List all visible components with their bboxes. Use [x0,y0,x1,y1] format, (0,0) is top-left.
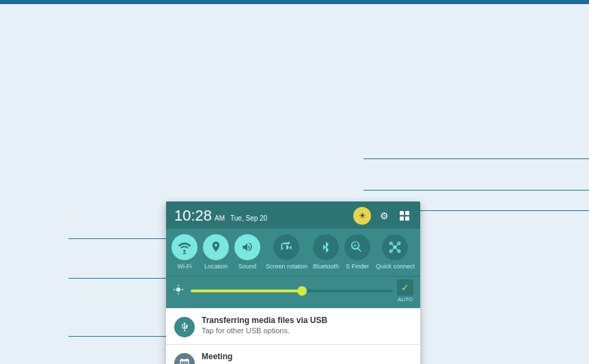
time-date: Tue, Sep 20 [230,214,267,222]
auto-label: AUTO [398,296,413,303]
sound-icon-circle [234,234,260,260]
screen-rotation-icon-circle [273,234,299,260]
time-display: 10:28 [174,208,212,223]
svg-point-7 [398,242,400,244]
status-icons: ☀ ⚙ [353,207,412,225]
brightness-indicator: ☀ [353,207,371,225]
usb-title: Transferring media files via USB [202,316,412,325]
qs-item-s-finder[interactable]: S Finder [344,234,370,270]
s-finder-label: S Finder [346,263,369,270]
svg-rect-0 [400,211,404,215]
wifi-icon-circle [172,234,197,260]
settings-button[interactable]: ⚙ [376,208,392,223]
svg-rect-3 [405,216,409,221]
screen-rotation-label: Screen rotation [266,263,307,270]
quick-settings-row: Wi-Fi Location Sound [166,229,420,276]
brightness-fill [191,290,302,292]
meeting-title: Meeting [202,352,412,361]
svg-point-9 [398,250,400,252]
annotation-line-right-2 [364,190,589,191]
status-bar: 10:28 AM Tue, Sep 20 ☀ ⚙ [166,201,420,229]
qs-item-wifi[interactable]: Wi-Fi [172,234,197,270]
grid-button[interactable] [397,208,412,223]
meeting-content: Meeting 11:00 AM [202,352,412,364]
brightness-row: ✓ AUTO [166,276,420,308]
svg-line-13 [396,249,398,251]
meeting-notification[interactable]: Meeting 11:00 AM [166,344,420,364]
annotation-line-1 [68,238,166,239]
svg-line-12 [392,249,394,251]
annotation-line-right-1 [364,158,589,159]
svg-line-11 [396,244,398,247]
bluetooth-label: Bluetooth [313,263,339,270]
annotation-line-3 [68,336,166,337]
location-icon-circle [203,234,229,260]
qs-item-location[interactable]: Location [203,234,229,270]
svg-point-6 [390,242,392,244]
svg-rect-1 [405,211,409,215]
brightness-icon [173,284,187,297]
location-label: Location [204,263,228,270]
quick-connect-label: Quick connect [376,263,415,270]
time-ampm: AM [215,214,225,222]
sound-label: Sound [238,263,256,270]
auto-wrap: ✓ AUTO [397,279,413,303]
usb-content: Transferring media files via USB Tap for… [202,316,412,335]
qs-item-bluetooth[interactable]: Bluetooth [313,234,339,270]
time-block: 10:28 AM Tue, Sep 20 [174,208,267,223]
brightness-thumb [297,286,307,296]
quick-connect-icon-circle [382,234,408,260]
qs-item-sound[interactable]: Sound [234,234,260,270]
svg-point-8 [390,250,392,252]
notification-panel: 10:28 AM Tue, Sep 20 ☀ ⚙ [166,201,420,364]
svg-rect-2 [400,216,404,221]
bluetooth-icon-circle [313,234,339,260]
svg-point-4 [183,250,185,252]
usb-icon [174,317,195,337]
svg-line-10 [392,244,394,247]
calendar-icon [174,353,195,364]
wifi-label: Wi-Fi [177,263,191,270]
annotation-line-2 [68,278,166,279]
qs-item-quick-connect[interactable]: Quick connect [376,234,415,270]
auto-checkbox[interactable]: ✓ [397,279,413,296]
s-finder-icon-circle [344,234,370,260]
usb-notification[interactable]: Transferring media files via USB Tap for… [166,308,420,344]
usb-subtitle: Tap for other USB options. [202,326,412,335]
brightness-slider[interactable] [191,290,393,292]
qs-item-screen-rotation[interactable]: Screen rotation [266,234,307,270]
